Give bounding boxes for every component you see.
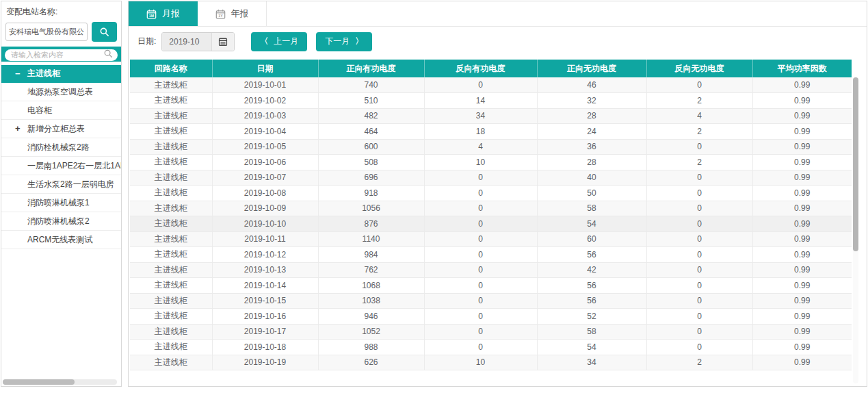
- tree-filter-input[interactable]: [5, 49, 118, 61]
- svg-text:1M: 1M: [149, 14, 155, 18]
- table-cell: 0.99: [752, 355, 852, 370]
- calendar-month-icon: 1M: [146, 9, 157, 19]
- tree-item[interactable]: 消防栓机械泵2路: [1, 138, 121, 157]
- column-header: 正向有功电度: [318, 60, 424, 77]
- table-cell: 主进线柜: [130, 247, 212, 263]
- table-cell: 0: [424, 309, 537, 325]
- expand-icon[interactable]: +: [15, 120, 21, 138]
- date-toolbar: 日期: 〈 上一月 下一月 〉: [129, 27, 867, 56]
- table-row: 主进线柜2019-10-04464182420.99: [130, 124, 852, 140]
- table-vertical-scrollbar: [853, 77, 858, 383]
- collapse-icon[interactable]: −: [15, 65, 21, 82]
- table-cell: 2019-10-06: [212, 155, 318, 170]
- table-cell: 10: [424, 155, 537, 170]
- table-cell: 0.99: [752, 216, 852, 232]
- table-cell: 50: [537, 186, 646, 201]
- table-cell: 946: [318, 309, 424, 325]
- table-cell: 0.99: [752, 247, 852, 263]
- tree-item[interactable]: 地源热泵空调总表: [1, 83, 121, 101]
- tree-item-label: 新增分立柜总表: [27, 124, 85, 134]
- table-cell: 0: [424, 262, 537, 278]
- table-cell: 4: [646, 108, 752, 124]
- table-cell: 34: [537, 355, 646, 370]
- table-cell: 40: [537, 170, 646, 186]
- scrollbar-thumb[interactable]: [853, 77, 858, 251]
- table-cell: 0: [646, 324, 752, 340]
- calendar-year-icon: 1Y: [215, 9, 226, 19]
- tree-item[interactable]: 一层南1APE2右一层北1APE1左: [1, 157, 121, 175]
- table-cell: 762: [318, 262, 424, 278]
- table-cell: 60: [537, 231, 646, 247]
- chevron-right-icon: 〉: [355, 36, 363, 47]
- table-cell: 0: [646, 216, 752, 232]
- tree-item[interactable]: +新增分立柜总表: [1, 120, 121, 138]
- table-row: 主进线柜2019-10-17105205800.99: [130, 324, 852, 340]
- next-month-button[interactable]: 下一月 〉: [316, 32, 372, 51]
- table-cell: 0: [646, 340, 752, 355]
- table-cell: 42: [537, 262, 646, 278]
- table-cell: 36: [537, 139, 646, 155]
- table-cell: 52: [537, 309, 646, 325]
- table-row: 主进线柜2019-10-1898805400.99: [130, 340, 852, 355]
- tab-label: 年报: [231, 8, 249, 20]
- table-cell: 0: [424, 216, 537, 232]
- prev-month-button[interactable]: 〈 上一月: [251, 32, 307, 51]
- table-row: 主进线柜2019-10-0891805000.99: [130, 186, 852, 201]
- table-row: 主进线柜2019-10-11114006000.99: [130, 231, 852, 247]
- device-tree: −主进线柜地源热泵空调总表电容柜+新增分立柜总表消防栓机械泵2路一层南1APE2…: [1, 65, 121, 249]
- table-cell: 2019-10-03: [212, 108, 318, 124]
- tree-item[interactable]: 电容柜: [1, 101, 121, 120]
- magnifier-icon: [103, 49, 113, 61]
- table-cell: 58: [537, 201, 646, 216]
- table-cell: 0: [424, 231, 537, 247]
- table-cell: 56: [537, 247, 646, 263]
- table-cell: 主进线柜: [130, 231, 212, 247]
- table-cell: 2019-10-13: [212, 262, 318, 278]
- date-picker-button[interactable]: [211, 33, 234, 51]
- table-cell: 0: [646, 309, 752, 325]
- tree-item[interactable]: ARCM无线表测试: [1, 231, 121, 249]
- date-input[interactable]: [162, 33, 211, 51]
- table-cell: 2019-10-02: [212, 93, 318, 109]
- tree-item-label: 消防喷淋机械泵1: [27, 198, 90, 207]
- table-cell: 0.99: [752, 186, 852, 201]
- table-cell: 0: [424, 278, 537, 294]
- table-cell: 0: [646, 262, 752, 278]
- table-cell: 0: [646, 170, 752, 186]
- table-cell: 0: [646, 186, 752, 201]
- table-cell: 2019-10-14: [212, 278, 318, 294]
- report-panel: 1M月报1Y年报 日期: 〈 上一月 下一月 〉: [128, 1, 867, 387]
- tree-item[interactable]: 消防喷淋机械泵2: [1, 212, 121, 231]
- station-search-button[interactable]: [92, 22, 117, 42]
- tab-annual-report[interactable]: 1Y年报: [198, 1, 267, 26]
- table-cell: 510: [318, 93, 424, 109]
- table-cell: 0.99: [752, 293, 852, 309]
- table-cell: 2019-10-10: [212, 216, 318, 232]
- station-name-input[interactable]: [5, 23, 88, 41]
- table-cell: 0: [646, 139, 752, 155]
- tree-item[interactable]: 生活水泵2路一层弱电房: [1, 175, 121, 194]
- monthly-report-table: 回路名称日期正向有功电度反向有功电度正向无功电度反向无功电度平均功率因数 主进线…: [130, 60, 852, 370]
- table-cell: 0.99: [752, 124, 852, 140]
- tree-item[interactable]: −主进线柜: [1, 65, 121, 83]
- date-label: 日期:: [137, 36, 156, 47]
- table-cell: 2019-10-11: [212, 231, 318, 247]
- table-cell: 0: [424, 340, 537, 355]
- table-cell: 0.99: [752, 170, 852, 186]
- table-row: 主进线柜2019-10-1694605200.99: [130, 309, 852, 325]
- table-cell: 2019-10-07: [212, 170, 318, 186]
- table-cell: 28: [537, 155, 646, 170]
- tree-item[interactable]: 消防喷淋机械泵1: [1, 194, 121, 212]
- table-cell: 2: [646, 155, 752, 170]
- table-cell: 740: [318, 77, 424, 93]
- column-header: 反向有功电度: [424, 60, 537, 77]
- table-cell: 主进线柜: [130, 309, 212, 325]
- tab-label: 月报: [162, 8, 180, 20]
- scrollbar-thumb[interactable]: [3, 379, 75, 385]
- column-header: 回路名称: [130, 60, 212, 77]
- tab-monthly-report[interactable]: 1M月报: [129, 1, 198, 26]
- table-cell: 28: [537, 108, 646, 124]
- tree-item-label: 电容柜: [27, 105, 52, 115]
- date-picker-group: [161, 32, 235, 51]
- table-cell: 主进线柜: [130, 186, 212, 201]
